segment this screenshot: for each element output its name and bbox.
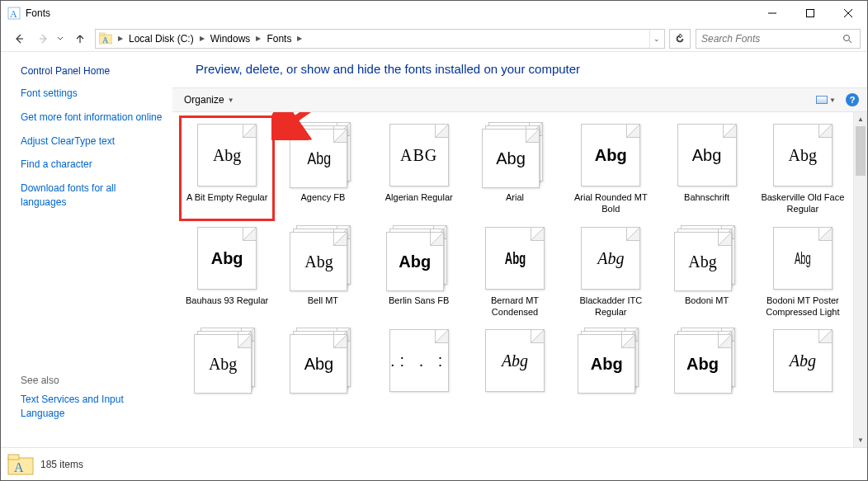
font-preview-icon: Abg <box>578 328 644 394</box>
font-label: Arial Rounded MT Bold <box>566 191 655 215</box>
back-button[interactable] <box>7 29 31 49</box>
font-item[interactable]: AbgArial <box>467 119 563 219</box>
font-item[interactable]: Abg <box>563 324 658 400</box>
font-preview-icon: Abg <box>482 122 548 188</box>
font-sample: Abg <box>304 356 334 372</box>
maximize-button[interactable] <box>791 1 829 26</box>
control-panel-home-link[interactable]: Control Panel Home <box>21 65 163 77</box>
toolbar: Organize ▼ ▼ ? <box>172 87 867 112</box>
font-preview-icon: Abg <box>386 225 452 291</box>
font-label: A Bit Empty Regular <box>186 191 267 203</box>
chevron-right-icon[interactable]: ▶ <box>197 35 207 42</box>
breadcrumb-item[interactable]: Fonts <box>263 33 295 45</box>
font-preview-icon: .: . : <box>386 328 452 394</box>
chevron-right-icon[interactable]: ▶ <box>116 35 125 42</box>
svg-text:A: A <box>10 8 17 20</box>
statusbar: A 185 items <box>1 447 867 480</box>
search-input[interactable] <box>701 33 840 45</box>
font-label: Bodoni MT Poster Compressed Light <box>758 295 847 318</box>
see-also-heading: See also <box>21 375 163 386</box>
address-dropdown[interactable]: ⌄ <box>649 30 663 48</box>
font-item[interactable]: AbgBell MT <box>275 222 370 322</box>
font-item[interactable]: .: . : <box>371 324 467 400</box>
location-icon: A <box>99 32 112 45</box>
address-bar[interactable]: A ▶ Local Disk (C:) ▶ Windows ▶ Fonts ▶ … <box>95 29 665 49</box>
scroll-down-button[interactable]: ▼ <box>854 433 867 447</box>
organize-button[interactable]: Organize ▼ <box>181 94 238 106</box>
organize-label: Organize <box>184 94 224 106</box>
view-button[interactable]: ▼ <box>816 96 836 104</box>
sidebar-link-font-settings[interactable]: Font settings <box>21 87 163 101</box>
font-sample: ABG <box>400 147 437 163</box>
sidebar-link-find-char[interactable]: Find a character <box>21 158 163 172</box>
font-preview-icon: Abg <box>194 225 260 291</box>
minimize-button[interactable] <box>753 1 791 26</box>
font-item[interactable]: Abg <box>467 324 563 400</box>
search-box[interactable] <box>696 29 861 49</box>
up-button[interactable] <box>70 29 90 49</box>
font-sample: .: . : <box>390 352 447 369</box>
svg-rect-3 <box>807 10 814 17</box>
font-sample: Abg <box>591 356 623 372</box>
scroll-thumb[interactable] <box>856 126 866 176</box>
help-button[interactable]: ? <box>846 93 859 106</box>
recent-dropdown[interactable] <box>57 33 68 45</box>
font-preview-icon: Abg <box>482 225 548 291</box>
font-sample: Abg <box>209 356 237 372</box>
font-preview-icon: ABG <box>386 122 452 188</box>
font-item[interactable]: AbgArial Rounded MT Bold <box>563 119 658 219</box>
font-label: Blackadder ITC Regular <box>566 295 655 318</box>
font-item[interactable]: AbgBernard MT Condensed <box>467 222 563 322</box>
sidebar-link-download-fonts[interactable]: Download fonts for all languages <box>21 182 163 210</box>
chevron-right-icon[interactable]: ▶ <box>295 35 304 42</box>
vertical-scrollbar[interactable]: ▲ ▼ <box>853 112 867 447</box>
font-preview-icon: Abg <box>578 225 644 291</box>
font-label: Algerian Regular <box>385 191 453 203</box>
page-heading: Preview, delete, or show and hide the fo… <box>172 52 867 87</box>
sidebar-link-text-services[interactable]: Text Services and Input Language <box>21 393 163 421</box>
font-item[interactable]: Abg <box>755 324 851 400</box>
font-item[interactable]: ABGAlgerian Regular <box>371 119 467 219</box>
font-label: Agency FB <box>301 191 346 203</box>
font-preview-icon: Abg <box>674 328 740 394</box>
font-label: Bahnschrift <box>684 191 729 203</box>
font-item[interactable]: AbgBlackadder ITC Regular <box>563 222 658 322</box>
breadcrumb-item[interactable]: Local Disk (C:) <box>125 33 197 45</box>
font-sample: Abg <box>496 150 526 167</box>
font-preview-icon: Abg <box>194 122 260 188</box>
font-sample: Abg <box>688 253 716 270</box>
font-item[interactable]: AbgBodoni MT Poster Compressed Light <box>755 222 851 322</box>
font-item[interactable]: AbgBodoni MT <box>658 222 754 322</box>
font-item[interactable]: Abg <box>179 324 275 400</box>
font-item[interactable]: AbgA Bit Empty Regular <box>179 119 275 219</box>
font-sample: Abg <box>595 147 627 163</box>
sidebar-link-more-info[interactable]: Get more font information online <box>21 111 163 125</box>
window-controls <box>753 1 867 26</box>
font-item[interactable]: AbgBauhaus 93 Regular <box>179 222 275 322</box>
font-preview-icon: Abg <box>674 225 740 291</box>
font-preview-icon: Abg <box>770 225 836 291</box>
chevron-right-icon[interactable]: ▶ <box>253 35 263 42</box>
chevron-down-icon: ▼ <box>829 97 836 104</box>
font-preview-icon: Abg <box>290 328 356 394</box>
font-sample: Abg <box>789 147 817 163</box>
scroll-up-button[interactable]: ▲ <box>854 112 867 126</box>
font-item[interactable]: AbgBahnschrift <box>658 119 754 219</box>
font-sample: Abg <box>211 250 243 266</box>
font-label: Baskerville Old Face Regular <box>758 191 847 215</box>
refresh-button[interactable] <box>669 29 691 49</box>
close-button[interactable] <box>829 1 867 26</box>
breadcrumb-item[interactable]: Windows <box>207 33 254 45</box>
font-item[interactable]: Abg <box>275 324 370 400</box>
font-item[interactable]: AbgBerlin Sans FB <box>371 222 467 322</box>
font-item[interactable]: AbgAgency FB <box>275 119 370 219</box>
font-item[interactable]: AbgBaskerville Old Face Regular <box>755 119 851 219</box>
font-label: Berlin Sans FB <box>389 295 449 306</box>
font-item[interactable]: Abg <box>658 324 754 400</box>
search-icon[interactable] <box>840 34 855 44</box>
font-preview-icon: Abg <box>194 328 260 394</box>
font-grid: AbgA Bit Empty RegularAbgAgency FBABGAlg… <box>172 112 867 407</box>
chevron-down-icon: ▼ <box>228 97 234 104</box>
forward-button[interactable] <box>32 29 55 49</box>
sidebar-link-cleartype[interactable]: Adjust ClearType text <box>21 134 163 149</box>
